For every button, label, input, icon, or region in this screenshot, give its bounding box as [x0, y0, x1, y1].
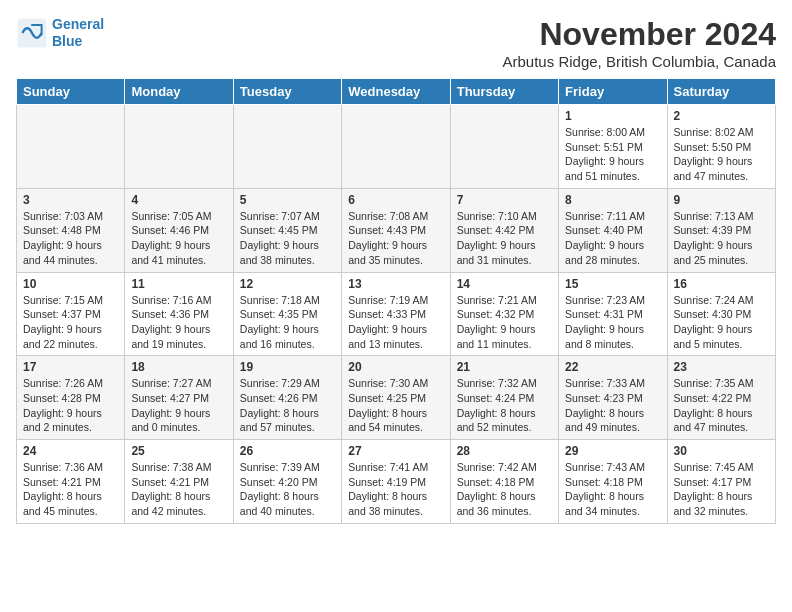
day-info-line: and 11 minutes.	[457, 337, 552, 352]
day-info-line: Sunset: 4:45 PM	[240, 223, 335, 238]
calendar-cell: 19Sunrise: 7:29 AMSunset: 4:26 PMDayligh…	[233, 356, 341, 440]
day-info-line: Sunrise: 7:08 AM	[348, 209, 443, 224]
day-info-line: Sunrise: 7:43 AM	[565, 460, 660, 475]
weekday-header-monday: Monday	[125, 79, 233, 105]
day-info-line: Sunset: 4:39 PM	[674, 223, 769, 238]
title-block: November 2024 Arbutus Ridge, British Col…	[503, 16, 776, 70]
day-info-line: and 52 minutes.	[457, 420, 552, 435]
day-info: Sunrise: 7:32 AMSunset: 4:24 PMDaylight:…	[457, 376, 552, 435]
day-info-line: Sunrise: 7:18 AM	[240, 293, 335, 308]
calendar-cell: 23Sunrise: 7:35 AMSunset: 4:22 PMDayligh…	[667, 356, 775, 440]
calendar-cell	[342, 105, 450, 189]
calendar-cell: 14Sunrise: 7:21 AMSunset: 4:32 PMDayligh…	[450, 272, 558, 356]
day-info: Sunrise: 7:10 AMSunset: 4:42 PMDaylight:…	[457, 209, 552, 268]
day-info: Sunrise: 7:38 AMSunset: 4:21 PMDaylight:…	[131, 460, 226, 519]
day-info-line: and 57 minutes.	[240, 420, 335, 435]
day-info-line: and 54 minutes.	[348, 420, 443, 435]
day-info: Sunrise: 7:07 AMSunset: 4:45 PMDaylight:…	[240, 209, 335, 268]
day-info-line: Daylight: 8 hours	[674, 489, 769, 504]
day-number: 7	[457, 193, 552, 207]
calendar-cell: 13Sunrise: 7:19 AMSunset: 4:33 PMDayligh…	[342, 272, 450, 356]
day-info-line: Sunset: 4:36 PM	[131, 307, 226, 322]
calendar-cell: 10Sunrise: 7:15 AMSunset: 4:37 PMDayligh…	[17, 272, 125, 356]
day-info-line: Daylight: 8 hours	[565, 489, 660, 504]
day-info-line: Sunset: 4:33 PM	[348, 307, 443, 322]
day-info-line: Sunrise: 7:42 AM	[457, 460, 552, 475]
day-info-line: and 42 minutes.	[131, 504, 226, 519]
calendar-cell: 3Sunrise: 7:03 AMSunset: 4:48 PMDaylight…	[17, 188, 125, 272]
day-info-line: and 51 minutes.	[565, 169, 660, 184]
day-number: 29	[565, 444, 660, 458]
weekday-header-friday: Friday	[559, 79, 667, 105]
day-number: 4	[131, 193, 226, 207]
day-number: 20	[348, 360, 443, 374]
day-number: 14	[457, 277, 552, 291]
day-info: Sunrise: 7:16 AMSunset: 4:36 PMDaylight:…	[131, 293, 226, 352]
day-info-line: Sunset: 4:21 PM	[131, 475, 226, 490]
day-info: Sunrise: 7:29 AMSunset: 4:26 PMDaylight:…	[240, 376, 335, 435]
day-info-line: Daylight: 9 hours	[240, 238, 335, 253]
day-info: Sunrise: 8:00 AMSunset: 5:51 PMDaylight:…	[565, 125, 660, 184]
day-info-line: Sunrise: 7:33 AM	[565, 376, 660, 391]
day-info: Sunrise: 7:08 AMSunset: 4:43 PMDaylight:…	[348, 209, 443, 268]
day-info-line: Sunrise: 7:19 AM	[348, 293, 443, 308]
calendar-cell: 30Sunrise: 7:45 AMSunset: 4:17 PMDayligh…	[667, 440, 775, 524]
day-info-line: Daylight: 9 hours	[240, 322, 335, 337]
day-info-line: Sunrise: 8:02 AM	[674, 125, 769, 140]
day-info: Sunrise: 7:33 AMSunset: 4:23 PMDaylight:…	[565, 376, 660, 435]
day-info-line: Sunrise: 7:39 AM	[240, 460, 335, 475]
calendar-cell: 15Sunrise: 7:23 AMSunset: 4:31 PMDayligh…	[559, 272, 667, 356]
calendar-cell: 26Sunrise: 7:39 AMSunset: 4:20 PMDayligh…	[233, 440, 341, 524]
day-info: Sunrise: 7:41 AMSunset: 4:19 PMDaylight:…	[348, 460, 443, 519]
day-info-line: Daylight: 9 hours	[23, 322, 118, 337]
calendar-cell: 28Sunrise: 7:42 AMSunset: 4:18 PMDayligh…	[450, 440, 558, 524]
day-info: Sunrise: 8:02 AMSunset: 5:50 PMDaylight:…	[674, 125, 769, 184]
calendar-header-row: SundayMondayTuesdayWednesdayThursdayFrid…	[17, 79, 776, 105]
day-info: Sunrise: 7:15 AMSunset: 4:37 PMDaylight:…	[23, 293, 118, 352]
day-info-line: Sunrise: 7:24 AM	[674, 293, 769, 308]
day-info-line: Daylight: 9 hours	[23, 406, 118, 421]
day-number: 23	[674, 360, 769, 374]
calendar-body: 1Sunrise: 8:00 AMSunset: 5:51 PMDaylight…	[17, 105, 776, 524]
calendar-week-row: 3Sunrise: 7:03 AMSunset: 4:48 PMDaylight…	[17, 188, 776, 272]
weekday-header-sunday: Sunday	[17, 79, 125, 105]
day-info: Sunrise: 7:27 AMSunset: 4:27 PMDaylight:…	[131, 376, 226, 435]
day-info-line: Sunset: 4:32 PM	[457, 307, 552, 322]
logo-text: General Blue	[52, 16, 104, 50]
day-info-line: Sunrise: 7:32 AM	[457, 376, 552, 391]
day-info: Sunrise: 7:45 AMSunset: 4:17 PMDaylight:…	[674, 460, 769, 519]
day-info-line: Daylight: 9 hours	[674, 322, 769, 337]
day-info-line: Sunrise: 7:11 AM	[565, 209, 660, 224]
calendar-cell: 22Sunrise: 7:33 AMSunset: 4:23 PMDayligh…	[559, 356, 667, 440]
day-info-line: Sunset: 4:18 PM	[457, 475, 552, 490]
day-number: 10	[23, 277, 118, 291]
day-info-line: Daylight: 8 hours	[565, 406, 660, 421]
day-number: 22	[565, 360, 660, 374]
day-info-line: Sunset: 4:26 PM	[240, 391, 335, 406]
day-info-line: Daylight: 8 hours	[457, 489, 552, 504]
day-info-line: Daylight: 8 hours	[240, 406, 335, 421]
calendar-cell: 20Sunrise: 7:30 AMSunset: 4:25 PMDayligh…	[342, 356, 450, 440]
day-info-line: Sunset: 5:51 PM	[565, 140, 660, 155]
day-info-line: Sunset: 4:22 PM	[674, 391, 769, 406]
day-number: 30	[674, 444, 769, 458]
day-number: 8	[565, 193, 660, 207]
day-info-line: Sunrise: 7:16 AM	[131, 293, 226, 308]
calendar-cell: 24Sunrise: 7:36 AMSunset: 4:21 PMDayligh…	[17, 440, 125, 524]
day-info-line: Daylight: 8 hours	[457, 406, 552, 421]
day-info-line: Sunrise: 7:13 AM	[674, 209, 769, 224]
day-info-line: Sunset: 4:17 PM	[674, 475, 769, 490]
day-info-line: and 49 minutes.	[565, 420, 660, 435]
day-info-line: and 44 minutes.	[23, 253, 118, 268]
day-info-line: Daylight: 8 hours	[23, 489, 118, 504]
day-info-line: and 38 minutes.	[348, 504, 443, 519]
day-info-line: and 22 minutes.	[23, 337, 118, 352]
logo-icon	[16, 17, 48, 49]
day-number: 25	[131, 444, 226, 458]
day-number: 1	[565, 109, 660, 123]
day-info-line: and 45 minutes.	[23, 504, 118, 519]
logo: General Blue	[16, 16, 104, 50]
day-info-line: Daylight: 8 hours	[348, 406, 443, 421]
day-info-line: Sunset: 4:18 PM	[565, 475, 660, 490]
day-number: 17	[23, 360, 118, 374]
